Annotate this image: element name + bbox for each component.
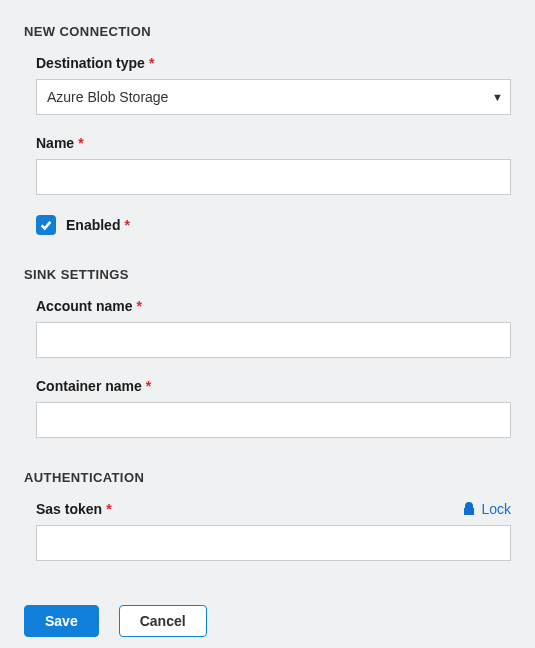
name-label: Name *: [36, 135, 511, 151]
field-enabled: Enabled *: [24, 215, 511, 235]
lock-icon: [463, 502, 475, 516]
save-button[interactable]: Save: [24, 605, 99, 637]
section-heading-sink-settings: SINK SETTINGS: [24, 267, 511, 282]
name-input[interactable]: [36, 159, 511, 195]
destination-type-label-text: Destination type: [36, 55, 145, 71]
container-name-input[interactable]: [36, 402, 511, 438]
account-name-label-text: Account name: [36, 298, 132, 314]
check-icon: [39, 218, 53, 232]
sas-token-label-text: Sas token: [36, 501, 102, 517]
sas-token-label-row: Sas token * Lock: [36, 501, 511, 517]
enabled-checkbox[interactable]: [36, 215, 56, 235]
enabled-label: Enabled *: [66, 217, 130, 233]
destination-type-label: Destination type *: [36, 55, 511, 71]
destination-type-select[interactable]: Azure Blob Storage: [36, 79, 511, 115]
field-name: Name *: [24, 135, 511, 215]
section-heading-new-connection: NEW CONNECTION: [24, 24, 511, 39]
name-label-text: Name: [36, 135, 74, 151]
account-name-input[interactable]: [36, 322, 511, 358]
required-marker: *: [124, 217, 129, 233]
container-name-label-text: Container name: [36, 378, 142, 394]
lock-link-text: Lock: [481, 501, 511, 517]
required-marker: *: [146, 378, 151, 394]
button-row: Save Cancel: [24, 605, 511, 637]
required-marker: *: [106, 501, 111, 517]
cancel-button[interactable]: Cancel: [119, 605, 207, 637]
connection-form: NEW CONNECTION Destination type * Azure …: [0, 0, 535, 648]
field-account-name: Account name *: [24, 298, 511, 378]
enabled-label-text: Enabled: [66, 217, 120, 233]
field-sas-token: Sas token * Lock: [24, 501, 511, 581]
container-name-label: Container name *: [36, 378, 511, 394]
lock-link[interactable]: Lock: [463, 501, 511, 517]
account-name-label: Account name *: [36, 298, 511, 314]
field-container-name: Container name *: [24, 378, 511, 458]
sas-token-label: Sas token *: [36, 501, 112, 517]
sas-token-input[interactable]: [36, 525, 511, 561]
field-destination-type: Destination type * Azure Blob Storage ▼: [24, 55, 511, 135]
required-marker: *: [78, 135, 83, 151]
destination-type-select-wrap: Azure Blob Storage ▼: [36, 79, 511, 115]
required-marker: *: [149, 55, 154, 71]
required-marker: *: [136, 298, 141, 314]
section-heading-authentication: AUTHENTICATION: [24, 470, 511, 485]
